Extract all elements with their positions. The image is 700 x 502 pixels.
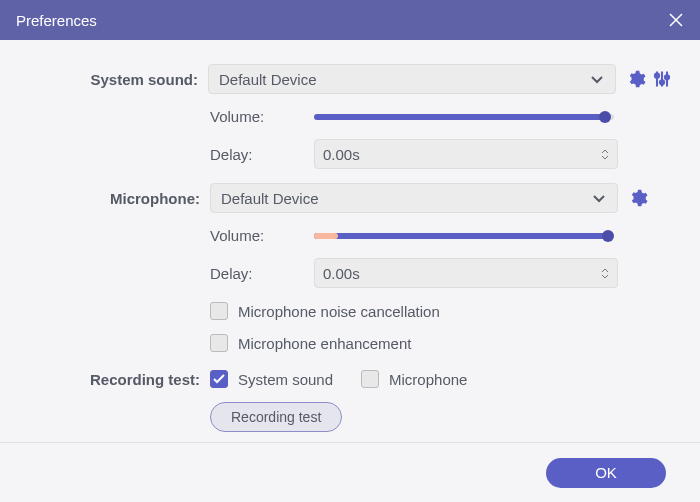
enhancement-checkbox[interactable] xyxy=(210,334,228,352)
preferences-form: System sound: Default Device Volume: xyxy=(0,40,700,458)
mic-delay-label: Delay: xyxy=(210,265,314,282)
recording-test-label: Recording test: xyxy=(28,371,210,388)
spinner-down-icon[interactable] xyxy=(601,274,609,279)
recording-test-mic-label: Microphone xyxy=(389,371,467,388)
svg-point-2 xyxy=(665,75,669,79)
system-sound-device-dropdown[interactable]: Default Device xyxy=(208,64,616,94)
spinner-up-icon[interactable] xyxy=(601,268,609,273)
recording-test-system-label: System sound xyxy=(238,371,333,388)
mic-volume-thumb[interactable] xyxy=(602,230,614,242)
mixer-icon[interactable] xyxy=(652,69,672,89)
mic-delay-spinner[interactable]: 0.00s xyxy=(314,258,618,288)
microphone-gear-icon[interactable] xyxy=(628,188,648,208)
mic-volume-slider[interactable] xyxy=(314,233,614,239)
spinner-down-icon[interactable] xyxy=(601,155,609,160)
noise-cancellation-checkbox[interactable] xyxy=(210,302,228,320)
system-volume-thumb[interactable] xyxy=(599,111,611,123)
system-delay-spinner[interactable]: 0.00s xyxy=(314,139,618,169)
system-sound-gear-icon[interactable] xyxy=(626,69,646,89)
mic-volume-label: Volume: xyxy=(210,227,314,244)
system-delay-label: Delay: xyxy=(210,146,314,163)
system-sound-device-value: Default Device xyxy=(219,71,317,88)
microphone-label: Microphone: xyxy=(28,190,210,207)
system-sound-label: System sound: xyxy=(28,71,208,88)
recording-test-mic-checkbox[interactable] xyxy=(361,370,379,388)
noise-cancellation-label: Microphone noise cancellation xyxy=(238,303,440,320)
svg-point-0 xyxy=(655,74,659,78)
system-delay-value: 0.00s xyxy=(323,146,360,163)
recording-test-button[interactable]: Recording test xyxy=(210,402,342,432)
enhancement-label: Microphone enhancement xyxy=(238,335,411,352)
spinner-up-icon[interactable] xyxy=(601,149,609,154)
system-volume-label: Volume: xyxy=(210,108,314,125)
svg-point-1 xyxy=(660,80,664,84)
system-volume-slider[interactable] xyxy=(314,114,614,120)
recording-test-system-checkbox[interactable] xyxy=(210,370,228,388)
mic-delay-value: 0.00s xyxy=(323,265,360,282)
microphone-device-dropdown[interactable]: Default Device xyxy=(210,183,618,213)
footer: OK xyxy=(0,442,700,502)
ok-button[interactable]: OK xyxy=(546,458,666,488)
chevron-down-icon xyxy=(589,71,605,87)
titlebar: Preferences xyxy=(0,0,700,40)
microphone-device-value: Default Device xyxy=(221,190,319,207)
dialog-title: Preferences xyxy=(16,12,97,29)
close-icon[interactable] xyxy=(668,12,684,28)
chevron-down-icon xyxy=(591,190,607,206)
